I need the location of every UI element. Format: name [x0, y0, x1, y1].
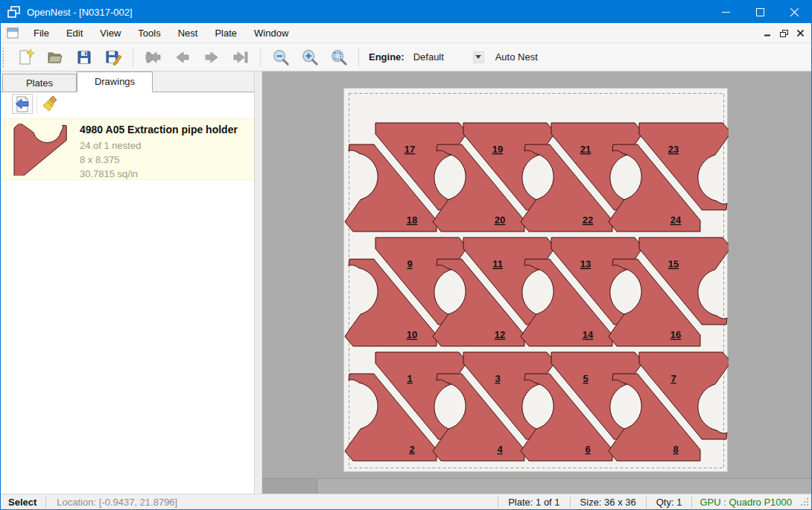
menu-edit[interactable]: Edit	[59, 25, 90, 42]
hscrollbar-thumb[interactable]	[262, 479, 317, 494]
main-toolbar: Engine: Default Auto Nest	[1, 43, 811, 71]
part-number-label[interactable]: 12	[495, 329, 505, 340]
minimize-icon	[722, 8, 730, 16]
zoom-in-icon	[301, 48, 319, 67]
panel-tabstrip: Plates Drawings	[1, 71, 254, 92]
zoom-out-button[interactable]	[272, 48, 290, 66]
zoom-extents-icon	[330, 48, 348, 67]
drawing-title: 4980 A05 Extraction pipe holder	[80, 124, 238, 136]
zoom-out-icon	[272, 48, 290, 67]
import-drawing-icon	[14, 96, 31, 112]
status-mode: Select	[1, 497, 45, 508]
previous-plate-button[interactable]	[174, 48, 191, 66]
first-plate-button[interactable]	[145, 48, 162, 66]
tab-drawings[interactable]: Drawings	[77, 71, 153, 92]
open-folder-icon	[46, 48, 64, 66]
canvas-hscrollbar[interactable]	[262, 478, 811, 494]
status-bar: Select Location: [-0.9437, 21.8796] Plat…	[1, 494, 811, 509]
first-arrow-icon	[145, 48, 162, 66]
auto-nest-button[interactable]: Auto Nest	[491, 48, 542, 66]
zoom-extents-button[interactable]	[330, 48, 348, 66]
close-button[interactable]	[777, 1, 811, 23]
save-button[interactable]	[75, 48, 93, 66]
plate-sheet: 171819202122232491011121314151612345678	[343, 88, 728, 472]
toolbar-grip[interactable]	[2, 48, 6, 67]
clear-drawings-button[interactable]	[41, 95, 60, 114]
toolbar-separator	[358, 48, 359, 67]
part-number-label[interactable]: 20	[495, 214, 505, 226]
save-as-button[interactable]	[104, 48, 122, 66]
mdi-close-button[interactable]	[792, 26, 808, 41]
status-gpu: GPU : Quadro P1000	[692, 497, 799, 508]
nest-canvas[interactable]: 171819202122232491011121314151612345678	[262, 71, 811, 494]
panel-toolbar-separator	[37, 95, 37, 113]
mdi-minimize-icon	[764, 30, 771, 36]
save-as-icon	[104, 48, 122, 66]
part-number-label[interactable]: 7	[670, 373, 676, 384]
part-number-label[interactable]: 16	[670, 329, 681, 340]
zoom-in-button[interactable]	[301, 48, 319, 66]
left-panel: Plates Drawings	[1, 71, 255, 494]
menu-window[interactable]: Window	[247, 25, 296, 42]
menu-plate[interactable]: Plate	[207, 25, 244, 42]
part-number-label[interactable]: 24	[670, 214, 682, 226]
maximize-icon	[756, 8, 764, 16]
status-size: Size: 36 x 36	[571, 497, 646, 508]
drawings-toolbar	[1, 92, 254, 115]
panel-splitter[interactable]	[255, 71, 262, 494]
part-number-label[interactable]: 11	[492, 258, 503, 270]
part-number-label[interactable]: 9	[407, 258, 412, 270]
part-number-label[interactable]: 15	[668, 258, 679, 270]
part-number-label[interactable]: 17	[405, 144, 415, 155]
part-number-label[interactable]: 22	[583, 214, 593, 226]
engine-dropdown-button[interactable]	[473, 51, 484, 63]
part-number-label[interactable]: 4	[497, 444, 503, 455]
part-number-label[interactable]: 14	[583, 329, 594, 340]
status-plate: Plate: 1 of 1	[498, 497, 569, 508]
import-drawing-button[interactable]	[12, 94, 33, 114]
mdi-restore-button[interactable]	[775, 26, 792, 41]
part-thumbnail	[10, 124, 72, 176]
mdi-close-icon	[797, 30, 804, 36]
last-plate-button[interactable]	[232, 48, 250, 66]
part-number-label[interactable]: 10	[407, 329, 417, 340]
engine-select[interactable]: Default	[413, 51, 467, 63]
next-plate-button[interactable]	[203, 48, 221, 66]
app-icon	[7, 6, 20, 19]
menu-file[interactable]: File	[26, 25, 57, 42]
part-number-label[interactable]: 6	[585, 444, 590, 455]
minimize-button[interactable]	[708, 1, 743, 23]
part-number-label[interactable]: 19	[492, 144, 503, 155]
toolbar-separator	[133, 48, 133, 67]
new-button[interactable]	[17, 48, 35, 66]
part-number-label[interactable]: 21	[580, 144, 591, 155]
mdi-restore-icon	[780, 30, 788, 37]
resize-grip[interactable]	[799, 497, 810, 507]
status-location: Location: [-0.9437, 21.8796]	[46, 497, 188, 508]
menu-tools[interactable]: Tools	[130, 25, 168, 42]
toolbar-separator	[260, 48, 261, 67]
drawing-list-item[interactable]: 4980 A05 Extraction pipe holder 24 of 1 …	[1, 118, 254, 180]
part-number-label[interactable]: 3	[495, 373, 500, 384]
nested-parts-view: 171819202122232491011121314151612345678	[344, 89, 729, 473]
part-number-label[interactable]: 18	[407, 214, 417, 226]
part-number-label[interactable]: 5	[583, 373, 588, 384]
last-arrow-icon	[232, 48, 250, 66]
maximize-button[interactable]	[743, 1, 777, 23]
part-number-label[interactable]: 1	[407, 373, 412, 384]
part-number-label[interactable]: 2	[409, 444, 414, 455]
tab-plates[interactable]: Plates	[2, 74, 77, 92]
drawing-area: 30.7815 sq/in	[80, 167, 238, 181]
status-qty: Qty: 1	[647, 497, 692, 508]
close-icon	[790, 8, 799, 16]
menu-view[interactable]: View	[92, 25, 128, 42]
part-number-label[interactable]: 23	[668, 144, 679, 155]
part-number-label[interactable]: 8	[673, 444, 678, 455]
window-title: OpenNest - [N0317-002]	[27, 7, 133, 18]
save-icon	[75, 48, 93, 66]
drawing-nested-count: 24 of 1 nested	[80, 138, 238, 153]
part-number-label[interactable]: 13	[580, 258, 591, 270]
mdi-minimize-button[interactable]	[759, 26, 775, 41]
menu-nest[interactable]: Nest	[171, 25, 206, 42]
open-button[interactable]	[46, 48, 64, 66]
